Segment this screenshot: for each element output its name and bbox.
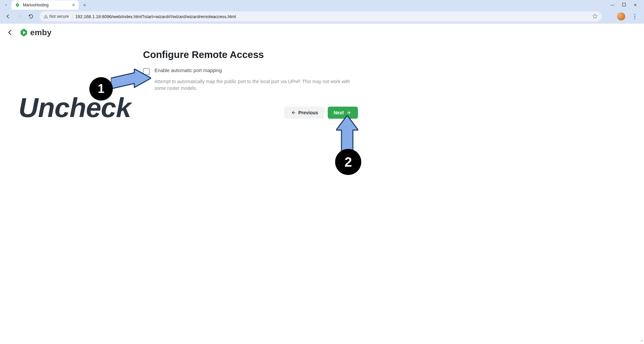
port-mapping-option: Enable automatic port mapping bbox=[143, 68, 358, 75]
page-title: Configure Remote Access bbox=[143, 49, 358, 60]
port-mapping-label: Enable automatic port mapping bbox=[154, 68, 222, 73]
close-window-icon[interactable]: ✕ bbox=[633, 3, 638, 7]
bookmark-star-icon[interactable] bbox=[592, 13, 598, 20]
svg-point-2 bbox=[46, 17, 46, 17]
annotation-badge-2: 2 bbox=[335, 149, 361, 175]
port-mapping-description: Attempt to automatically map the public … bbox=[154, 78, 356, 92]
arrow-right-icon bbox=[347, 110, 352, 115]
profile-avatar[interactable] bbox=[617, 12, 625, 20]
svg-marker-4 bbox=[336, 115, 358, 152]
tab-search-dropdown-icon[interactable] bbox=[3, 2, 9, 8]
app-top-bar: emby bbox=[0, 24, 644, 41]
emby-favicon-icon bbox=[15, 2, 20, 8]
emby-logo[interactable]: emby bbox=[19, 28, 52, 37]
reload-button[interactable] bbox=[26, 12, 36, 21]
scrollbar-down-icon[interactable] bbox=[639, 338, 644, 344]
arrow-left-icon bbox=[290, 110, 296, 115]
tab-title: MariusHosting bbox=[23, 3, 49, 7]
wizard-panel: Configure Remote Access Enable automatic… bbox=[143, 49, 358, 119]
url-text: 192.168.1.18:8096/web/index.html?start=w… bbox=[75, 14, 236, 19]
previous-button-label: Previous bbox=[298, 110, 318, 115]
maximize-icon[interactable] bbox=[621, 3, 627, 7]
wizard-button-row: Previous Next bbox=[143, 107, 358, 119]
browser-tab-bar: MariusHosting ✕ ＋ — ✕ bbox=[0, 0, 644, 10]
browser-toolbar: Not secure 192.168.1.18:8096/web/index.h… bbox=[0, 10, 644, 23]
annotation-arrow-2-icon bbox=[336, 115, 358, 152]
address-bar[interactable]: Not secure 192.168.1.18:8096/web/index.h… bbox=[40, 11, 602, 21]
window-controls: — ✕ bbox=[605, 0, 643, 10]
annotation-badge-2-text: 2 bbox=[344, 155, 352, 170]
nav-back-button[interactable] bbox=[3, 12, 13, 21]
svg-rect-0 bbox=[622, 3, 625, 6]
close-tab-icon[interactable]: ✕ bbox=[72, 3, 75, 7]
port-mapping-checkbox[interactable] bbox=[143, 68, 150, 75]
emby-wordmark: emby bbox=[30, 28, 52, 37]
next-button-label: Next bbox=[334, 110, 344, 115]
previous-button[interactable]: Previous bbox=[284, 107, 324, 119]
new-tab-button[interactable]: ＋ bbox=[81, 1, 89, 9]
annotation-badge-1: 1 bbox=[89, 77, 113, 101]
security-label: Not secure bbox=[49, 14, 69, 19]
nav-forward-button[interactable] bbox=[15, 12, 24, 21]
annotation-badge-1-text: 1 bbox=[98, 82, 104, 96]
minimize-icon[interactable]: — bbox=[610, 3, 615, 7]
chrome-menu-icon[interactable] bbox=[631, 14, 638, 19]
not-secure-warning-icon bbox=[44, 14, 48, 19]
security-indicator[interactable]: Not secure bbox=[44, 14, 73, 19]
annotation-instruction-text: Uncheck bbox=[18, 92, 131, 123]
browser-tab[interactable]: MariusHosting ✕ bbox=[11, 0, 79, 10]
app-back-button[interactable] bbox=[5, 28, 15, 37]
next-button[interactable]: Next bbox=[328, 107, 358, 119]
emby-logo-icon bbox=[19, 28, 28, 37]
